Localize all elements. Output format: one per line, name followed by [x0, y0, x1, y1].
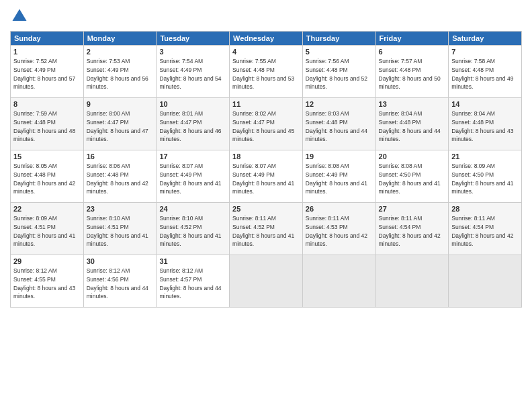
day-number: 24	[159, 205, 226, 213]
day-number: 15	[13, 152, 81, 161]
calendar-header-row: SundayMondayTuesdayWednesdayThursdayFrid…	[11, 32, 522, 46]
day-header-wednesday: Wednesday	[230, 32, 303, 46]
day-number: 30	[87, 257, 154, 265]
calendar-cell: 25 Sunrise: 8:11 AM Sunset: 4:52 PM Dayl…	[230, 203, 303, 255]
day-number: 20	[379, 152, 446, 161]
day-detail: Sunrise: 8:02 AM Sunset: 4:47 PM Dayligh…	[232, 109, 300, 144]
calendar-cell: 24 Sunrise: 8:10 AM Sunset: 4:52 PM Dayl…	[157, 203, 230, 255]
day-number: 17	[159, 152, 226, 161]
day-number: 14	[451, 100, 519, 108]
day-header-saturday: Saturday	[449, 32, 522, 46]
calendar-cell: 1 Sunrise: 7:52 AM Sunset: 4:49 PM Dayli…	[11, 46, 84, 98]
calendar-cell: 17 Sunrise: 8:07 AM Sunset: 4:49 PM Dayl…	[157, 150, 230, 203]
day-detail: Sunrise: 7:56 AM Sunset: 4:48 PM Dayligh…	[306, 57, 373, 91]
header	[10, 7, 522, 26]
calendar-cell: 8 Sunrise: 7:59 AM Sunset: 4:48 PM Dayli…	[11, 98, 84, 150]
day-number: 12	[306, 100, 373, 108]
calendar-cell: 9 Sunrise: 8:00 AM Sunset: 4:47 PM Dayli…	[83, 98, 157, 150]
calendar-cell: 19 Sunrise: 8:08 AM Sunset: 4:49 PM Dayl…	[302, 150, 375, 203]
calendar-cell: 10 Sunrise: 8:01 AM Sunset: 4:47 PM Dayl…	[157, 98, 230, 150]
calendar-table: SundayMondayTuesdayWednesdayThursdayFrid…	[10, 31, 522, 308]
day-number: 21	[451, 152, 519, 161]
day-number: 27	[379, 205, 446, 213]
day-header-friday: Friday	[375, 32, 449, 46]
day-detail: Sunrise: 7:54 AM Sunset: 4:49 PM Dayligh…	[159, 57, 226, 91]
calendar-cell: 5 Sunrise: 7:56 AM Sunset: 4:48 PM Dayli…	[302, 46, 375, 98]
day-detail: Sunrise: 8:07 AM Sunset: 4:49 PM Dayligh…	[232, 162, 300, 196]
calendar-cell: 7 Sunrise: 7:58 AM Sunset: 4:48 PM Dayli…	[449, 46, 522, 98]
day-number: 31	[159, 257, 226, 265]
calendar-cell: 3 Sunrise: 7:54 AM Sunset: 4:49 PM Dayli…	[157, 46, 230, 98]
day-number: 18	[232, 152, 300, 161]
calendar-week-3: 15 Sunrise: 8:05 AM Sunset: 4:48 PM Dayl…	[11, 150, 522, 203]
day-detail: Sunrise: 8:10 AM Sunset: 4:51 PM Dayligh…	[87, 214, 154, 248]
day-detail: Sunrise: 8:11 AM Sunset: 4:54 PM Dayligh…	[379, 214, 446, 248]
day-detail: Sunrise: 8:10 AM Sunset: 4:52 PM Dayligh…	[159, 214, 226, 248]
calendar-cell: 11 Sunrise: 8:02 AM Sunset: 4:47 PM Dayl…	[230, 98, 303, 150]
day-detail: Sunrise: 8:06 AM Sunset: 4:48 PM Dayligh…	[87, 162, 154, 196]
day-detail: Sunrise: 7:53 AM Sunset: 4:49 PM Dayligh…	[87, 57, 154, 91]
day-number: 6	[379, 48, 446, 56]
calendar-cell: 30 Sunrise: 8:12 AM Sunset: 4:56 PM Dayl…	[83, 255, 157, 308]
day-detail: Sunrise: 8:03 AM Sunset: 4:48 PM Dayligh…	[306, 109, 373, 144]
day-detail: Sunrise: 8:09 AM Sunset: 4:51 PM Dayligh…	[13, 214, 81, 248]
day-number: 8	[13, 100, 81, 108]
day-number: 1	[13, 48, 81, 56]
calendar-cell: 18 Sunrise: 8:07 AM Sunset: 4:49 PM Dayl…	[230, 150, 303, 203]
calendar-cell: 14 Sunrise: 8:04 AM Sunset: 4:48 PM Dayl…	[449, 98, 522, 150]
calendar-cell	[449, 255, 522, 308]
day-detail: Sunrise: 7:52 AM Sunset: 4:49 PM Dayligh…	[13, 57, 81, 91]
calendar-week-4: 22 Sunrise: 8:09 AM Sunset: 4:51 PM Dayl…	[11, 203, 522, 255]
day-header-monday: Monday	[83, 32, 157, 46]
day-number: 29	[13, 257, 81, 265]
day-detail: Sunrise: 8:04 AM Sunset: 4:48 PM Dayligh…	[379, 109, 446, 144]
day-detail: Sunrise: 8:12 AM Sunset: 4:55 PM Dayligh…	[13, 267, 81, 301]
calendar-cell: 26 Sunrise: 8:11 AM Sunset: 4:53 PM Dayl…	[302, 203, 375, 255]
calendar-cell: 29 Sunrise: 8:12 AM Sunset: 4:55 PM Dayl…	[11, 255, 84, 308]
day-number: 22	[13, 205, 81, 213]
calendar-cell	[230, 255, 303, 308]
calendar-cell: 20 Sunrise: 8:08 AM Sunset: 4:50 PM Dayl…	[375, 150, 449, 203]
calendar-cell	[302, 255, 375, 308]
day-number: 19	[306, 152, 373, 161]
day-detail: Sunrise: 7:55 AM Sunset: 4:48 PM Dayligh…	[232, 57, 300, 91]
day-number: 11	[232, 100, 300, 108]
day-detail: Sunrise: 8:11 AM Sunset: 4:54 PM Dayligh…	[451, 214, 519, 248]
calendar-cell: 27 Sunrise: 8:11 AM Sunset: 4:54 PM Dayl…	[375, 203, 449, 255]
calendar-cell: 12 Sunrise: 8:03 AM Sunset: 4:48 PM Dayl…	[302, 98, 375, 150]
day-header-tuesday: Tuesday	[157, 32, 230, 46]
day-detail: Sunrise: 8:12 AM Sunset: 4:57 PM Dayligh…	[159, 267, 226, 301]
day-detail: Sunrise: 8:11 AM Sunset: 4:53 PM Dayligh…	[306, 214, 373, 248]
calendar-cell: 28 Sunrise: 8:11 AM Sunset: 4:54 PM Dayl…	[449, 203, 522, 255]
calendar-cell: 2 Sunrise: 7:53 AM Sunset: 4:49 PM Dayli…	[83, 46, 157, 98]
day-number: 4	[232, 48, 300, 56]
day-number: 7	[451, 48, 519, 56]
calendar-cell: 6 Sunrise: 7:57 AM Sunset: 4:48 PM Dayli…	[375, 46, 449, 98]
day-number: 3	[159, 48, 226, 56]
day-detail: Sunrise: 8:01 AM Sunset: 4:47 PM Dayligh…	[159, 109, 226, 144]
day-detail: Sunrise: 7:59 AM Sunset: 4:48 PM Dayligh…	[13, 109, 81, 144]
page: SundayMondayTuesdayWednesdayThursdayFrid…	[0, 0, 532, 411]
day-detail: Sunrise: 7:58 AM Sunset: 4:48 PM Dayligh…	[451, 57, 519, 91]
day-number: 16	[87, 152, 154, 161]
calendar-week-2: 8 Sunrise: 7:59 AM Sunset: 4:48 PM Dayli…	[11, 98, 522, 150]
calendar-cell: 22 Sunrise: 8:09 AM Sunset: 4:51 PM Dayl…	[11, 203, 84, 255]
day-number: 10	[159, 100, 226, 108]
calendar-week-1: 1 Sunrise: 7:52 AM Sunset: 4:49 PM Dayli…	[11, 46, 522, 98]
day-number: 9	[87, 100, 154, 108]
day-number: 2	[87, 48, 154, 56]
logo-icon	[10, 7, 29, 26]
calendar-cell: 4 Sunrise: 7:55 AM Sunset: 4:48 PM Dayli…	[230, 46, 303, 98]
day-detail: Sunrise: 8:05 AM Sunset: 4:48 PM Dayligh…	[13, 162, 81, 196]
day-number: 28	[451, 205, 519, 213]
calendar-cell: 23 Sunrise: 8:10 AM Sunset: 4:51 PM Dayl…	[83, 203, 157, 255]
day-detail: Sunrise: 8:12 AM Sunset: 4:56 PM Dayligh…	[87, 267, 154, 301]
day-detail: Sunrise: 8:00 AM Sunset: 4:47 PM Dayligh…	[87, 109, 154, 144]
day-detail: Sunrise: 8:08 AM Sunset: 4:49 PM Dayligh…	[306, 162, 373, 196]
calendar-week-5: 29 Sunrise: 8:12 AM Sunset: 4:55 PM Dayl…	[11, 255, 522, 308]
day-detail: Sunrise: 7:57 AM Sunset: 4:48 PM Dayligh…	[379, 57, 446, 91]
day-detail: Sunrise: 8:08 AM Sunset: 4:50 PM Dayligh…	[379, 162, 446, 196]
calendar-cell: 21 Sunrise: 8:09 AM Sunset: 4:50 PM Dayl…	[449, 150, 522, 203]
calendar-cell: 31 Sunrise: 8:12 AM Sunset: 4:57 PM Dayl…	[157, 255, 230, 308]
day-number: 25	[232, 205, 300, 213]
